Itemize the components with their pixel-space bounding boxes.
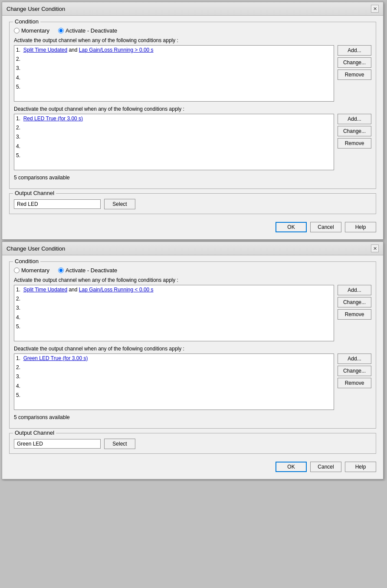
deactivate-listbox-2[interactable]: 1. Green LED True (for 3.00 s) 2. 3. 4. … xyxy=(14,353,334,410)
deactivate-item-2-1: 2. xyxy=(14,363,334,372)
deactivate-listbox-1[interactable]: 1. Red LED True (for 3.00 s) 2. 3. 4. 5. xyxy=(14,114,334,170)
deactivate-remove-button-1[interactable]: Remove xyxy=(338,138,371,149)
title-bar-text-2: Change User Condition xyxy=(7,245,65,252)
deactivate-item-1-1: 2. xyxy=(14,123,334,132)
activate-label-2: Activate the output channel when any of … xyxy=(14,277,371,283)
dialog-1: Change User Condition ✕ Condition Moment… xyxy=(2,2,384,240)
radio-row-2: Momentary Activate - Deactivate xyxy=(14,267,371,274)
deactivate-item-2-4: 5. xyxy=(14,391,334,400)
title-bar-text-1: Change User Condition xyxy=(7,6,65,12)
activate-change-button-1[interactable]: Change... xyxy=(338,57,371,68)
radio-activate-input-1[interactable] xyxy=(58,28,64,33)
activate-buttons-1: Add... Change... Remove xyxy=(338,45,371,102)
activate-link-split-2[interactable]: Split Time Updated xyxy=(23,287,67,293)
dialog-2: Change User Condition ✕ Condition Moment… xyxy=(2,241,384,479)
activate-section-2: 1. Split Time Updated and Lap Gain/Loss … xyxy=(14,285,371,341)
deactivate-label-2: Deactivate the output channel when any o… xyxy=(14,346,371,352)
footer-buttons-2: OK Cancel Help xyxy=(9,458,376,474)
condition-label-1: Condition xyxy=(13,18,40,25)
activate-item-2-4: 5. xyxy=(14,322,334,331)
ok-button-1[interactable]: OK xyxy=(275,222,307,232)
cancel-button-1[interactable]: Cancel xyxy=(310,222,341,232)
activate-link-split-1[interactable]: Split Time Updated xyxy=(23,47,67,53)
activate-section-1: 1. Split Time Updated and Lap Gain/Loss … xyxy=(14,45,371,102)
deactivate-label-1: Deactivate the output channel when any o… xyxy=(14,106,371,112)
output-channel-input-1[interactable] xyxy=(14,199,101,209)
ok-button-2[interactable]: OK xyxy=(275,462,307,472)
close-button-2[interactable]: ✕ xyxy=(371,244,379,252)
condition-group-2: Condition Momentary Activate - Deactivat… xyxy=(9,261,376,429)
deactivate-item-1-2: 3. xyxy=(14,132,334,142)
title-bar-2: Change User Condition ✕ xyxy=(2,242,383,255)
close-button-1[interactable]: ✕ xyxy=(371,5,379,13)
output-channel-group-2: Output Channel Select xyxy=(9,433,376,454)
deactivate-change-button-1[interactable]: Change... xyxy=(338,126,371,136)
activate-item-1-1: 2. xyxy=(14,55,334,64)
radio-activate-label-1: Activate - Deactivate xyxy=(66,27,117,34)
activate-item-2-2: 3. xyxy=(14,304,334,313)
radio-row-1: Momentary Activate - Deactivate xyxy=(14,27,371,34)
activate-add-button-2[interactable]: Add... xyxy=(338,285,371,295)
condition-label-2: Condition xyxy=(13,258,40,264)
radio-activate-input-2[interactable] xyxy=(58,268,64,273)
activate-item-2-3: 4. xyxy=(14,313,334,322)
activate-item-1-4: 5. xyxy=(14,83,334,92)
deactivate-item-2-2: 3. xyxy=(14,372,334,381)
activate-add-button-1[interactable]: Add... xyxy=(338,45,371,56)
activate-change-button-2[interactable]: Change... xyxy=(338,297,371,307)
deactivate-buttons-2: Add... Change... Remove xyxy=(338,353,371,410)
activate-listbox-2[interactable]: 1. Split Time Updated and Lap Gain/Loss … xyxy=(14,285,334,341)
output-channel-row-1: Select xyxy=(14,199,371,209)
deactivate-item-2-3: 4. xyxy=(14,382,334,391)
deactivate-item-1-4: 5. xyxy=(14,151,334,160)
output-channel-label-1: Output Channel xyxy=(13,190,56,196)
deactivate-section-2: 1. Green LED True (for 3.00 s) 2. 3. 4. … xyxy=(14,353,371,410)
output-channel-label-2: Output Channel xyxy=(13,429,56,436)
radio-momentary-input-1[interactable] xyxy=(14,28,20,33)
activate-label-1: Activate the output channel when any of … xyxy=(14,37,371,43)
radio-momentary-input-2[interactable] xyxy=(14,268,20,273)
deactivate-link-red-1[interactable]: Red LED True (for 3.00 s) xyxy=(23,116,83,122)
activate-item-2-1: 2. xyxy=(14,294,334,304)
radio-momentary-label-1: Momentary xyxy=(21,27,49,34)
deactivate-change-button-2[interactable]: Change... xyxy=(338,366,371,376)
activate-item-2-0: 1. Split Time Updated and Lap Gain/Loss … xyxy=(14,285,334,294)
help-button-2[interactable]: Help xyxy=(345,462,376,472)
activate-link-lap-1[interactable]: Lap Gain/Loss Running > 0.00 s xyxy=(79,47,154,53)
radio-momentary-1[interactable]: Momentary xyxy=(14,27,49,34)
output-channel-group-1: Output Channel Select xyxy=(9,193,376,214)
deactivate-link-green-2[interactable]: Green LED True (for 3.00 s) xyxy=(23,355,88,361)
radio-momentary-label-2: Momentary xyxy=(21,267,49,274)
comparisons-text-2: 5 comparisons available xyxy=(14,414,371,420)
deactivate-buttons-1: Add... Change... Remove xyxy=(338,114,371,170)
footer-buttons-1: OK Cancel Help xyxy=(9,218,376,234)
activate-item-1-0: 1. Split Time Updated and Lap Gain/Loss … xyxy=(14,46,334,55)
output-channel-input-2[interactable] xyxy=(14,439,101,449)
deactivate-item-2-0: 1. Green LED True (for 3.00 s) xyxy=(14,354,334,363)
radio-activate-label-2: Activate - Deactivate xyxy=(66,267,117,274)
comparisons-text-1: 5 comparisons available xyxy=(14,175,371,181)
activate-item-1-2: 3. xyxy=(14,64,334,73)
condition-group-1: Condition Momentary Activate - Deactivat… xyxy=(9,22,376,189)
deactivate-item-1-0: 1. Red LED True (for 3.00 s) xyxy=(14,114,334,123)
output-channel-row-2: Select xyxy=(14,439,371,449)
deactivate-add-button-1[interactable]: Add... xyxy=(338,114,371,124)
radio-activate-1[interactable]: Activate - Deactivate xyxy=(58,27,117,34)
output-channel-select-button-1[interactable]: Select xyxy=(104,199,135,209)
activate-item-1-3: 4. xyxy=(14,73,334,83)
activate-remove-button-2[interactable]: Remove xyxy=(338,309,371,320)
deactivate-section-1: 1. Red LED True (for 3.00 s) 2. 3. 4. 5.… xyxy=(14,114,371,170)
deactivate-remove-button-2[interactable]: Remove xyxy=(338,378,371,388)
activate-remove-button-1[interactable]: Remove xyxy=(338,69,371,80)
activate-link-lap-2[interactable]: Lap Gain/Loss Running < 0.00 s xyxy=(79,287,154,293)
activate-buttons-2: Add... Change... Remove xyxy=(338,285,371,341)
title-bar-1: Change User Condition ✕ xyxy=(2,2,383,16)
radio-activate-2[interactable]: Activate - Deactivate xyxy=(58,267,117,274)
radio-momentary-2[interactable]: Momentary xyxy=(14,267,49,274)
activate-listbox-1[interactable]: 1. Split Time Updated and Lap Gain/Loss … xyxy=(14,45,334,102)
deactivate-add-button-2[interactable]: Add... xyxy=(338,353,371,364)
help-button-1[interactable]: Help xyxy=(345,222,376,232)
cancel-button-2[interactable]: Cancel xyxy=(310,462,341,472)
output-channel-select-button-2[interactable]: Select xyxy=(104,439,135,449)
deactivate-item-1-3: 4. xyxy=(14,142,334,151)
